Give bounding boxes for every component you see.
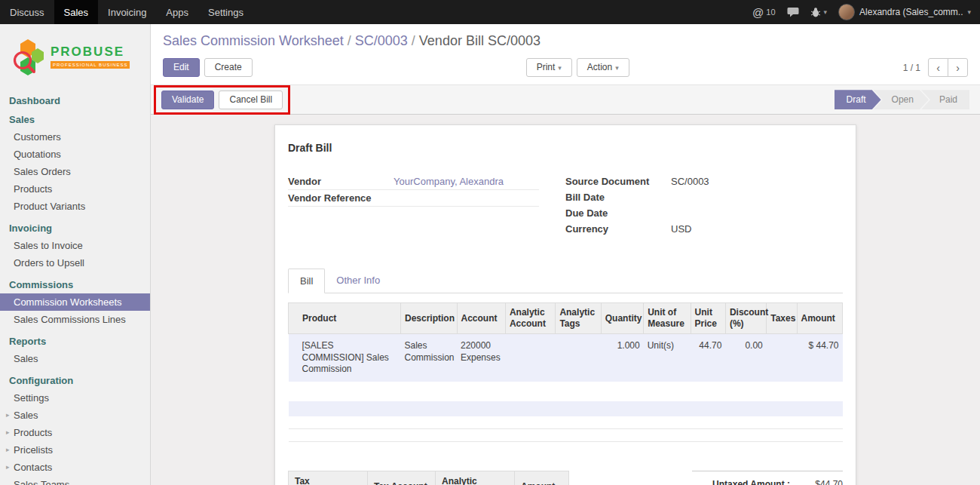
menu-discuss[interactable]: Discuss bbox=[0, 0, 54, 24]
debug-menu[interactable]: ▾ bbox=[810, 7, 828, 17]
sidebar-heading-sales[interactable]: Sales bbox=[0, 111, 150, 128]
sidebar-item-config-products[interactable]: ▸ Products bbox=[0, 424, 150, 441]
sidebar-item-sales-commissions-lines[interactable]: Sales Commissions Lines bbox=[0, 311, 150, 328]
user-menu[interactable]: Alexandra (Sales_comm.. ▾ bbox=[838, 4, 971, 20]
col-unit-price[interactable]: Unit Price bbox=[691, 303, 725, 334]
cell-description: Sales Commission bbox=[401, 334, 458, 382]
probuse-logo-icon bbox=[11, 38, 45, 75]
activities-menu[interactable]: @ 10 bbox=[752, 6, 775, 19]
col-quantity[interactable]: Quantity bbox=[601, 303, 643, 334]
invoice-line-row[interactable]: [SALES COMMISSION] Sales Commission Sale… bbox=[289, 334, 843, 382]
pager: 1 / 1 ‹ › bbox=[903, 58, 968, 77]
sidebar-item-contacts[interactable]: ▸ Contacts bbox=[0, 459, 150, 476]
sidebar-item-sales-to-invoice[interactable]: Sales to Invoice bbox=[0, 237, 150, 254]
sidebar-heading-reports[interactable]: Reports bbox=[0, 333, 150, 350]
sidebar-item-customers[interactable]: Customers bbox=[0, 128, 150, 146]
document-state-title: Draft Bill bbox=[288, 142, 843, 154]
vendor-value-link[interactable]: YourCompany, Alexandra bbox=[394, 176, 504, 187]
breadcrumb-worksheet-link[interactable]: Sales Commission Worksheet bbox=[163, 33, 344, 48]
field-row-vendor: Vendor YourCompany, Alexandra bbox=[288, 173, 539, 190]
col-unit-of-measure[interactable]: Unit of Measure bbox=[644, 303, 691, 334]
activities-count: 10 bbox=[766, 8, 775, 17]
menu-sales[interactable]: Sales bbox=[54, 0, 99, 24]
cell-unit-of-measure: Unit(s) bbox=[644, 334, 691, 382]
sidebar-heading-invoicing[interactable]: Invoicing bbox=[0, 219, 150, 237]
print-action-group: Print▾ Action▾ bbox=[526, 58, 629, 77]
company-logo[interactable]: PROBUSE PROFESSIONAL BUSINESS bbox=[0, 24, 150, 87]
sidebar-item-quotations[interactable]: Quotations bbox=[0, 146, 150, 163]
col-tax-analytic-account[interactable]: Analytic account bbox=[436, 471, 515, 485]
create-button[interactable]: Create bbox=[204, 58, 253, 77]
invoice-lines-table: Product Description Account Analytic Acc… bbox=[288, 302, 843, 442]
sidebar-item-sales-orders[interactable]: Sales Orders bbox=[0, 163, 150, 180]
col-account[interactable]: Account bbox=[457, 303, 505, 334]
sidebar-item-commission-worksheets[interactable]: Commission Worksheets bbox=[0, 293, 150, 311]
col-tax-account[interactable]: Tax Account bbox=[368, 471, 436, 485]
cell-discount: 0.00 bbox=[725, 334, 766, 382]
totals-block: Untaxed Amount : $44.70 Tax : $0.00 Tota… bbox=[692, 471, 843, 485]
sidebar-item-orders-to-upsell[interactable]: Orders to Upsell bbox=[0, 254, 150, 272]
sidebar-item-pricelists[interactable]: ▸ Pricelists bbox=[0, 441, 150, 459]
sidebar-item-config-sales[interactable]: ▸ Sales bbox=[0, 407, 150, 424]
status-pills: Draft Open Paid bbox=[835, 90, 969, 109]
source-document-value: SC/0003 bbox=[671, 176, 709, 187]
sidebar-item-settings[interactable]: Settings bbox=[0, 389, 150, 407]
menu-settings[interactable]: Settings bbox=[198, 0, 253, 24]
due-date-label: Due Date bbox=[565, 207, 671, 219]
chevron-down-icon: ▾ bbox=[967, 8, 971, 16]
pager-next-button[interactable]: › bbox=[948, 58, 968, 77]
sidebar-heading-commissions[interactable]: Commissions bbox=[0, 276, 150, 293]
logo-text: PROBUSE PROFESSIONAL BUSINESS bbox=[51, 45, 130, 69]
tab-bill[interactable]: Bill bbox=[288, 269, 325, 293]
vendor-reference-label: Vendor Reference bbox=[288, 192, 394, 204]
col-tax-amount[interactable]: Amount bbox=[515, 471, 569, 485]
topbar-right: @ 10 ▾ Alexandra (Sales_comm.. ▾ bbox=[752, 0, 980, 24]
print-dropdown-button[interactable]: Print▾ bbox=[526, 58, 572, 77]
col-analytic-account[interactable]: Analytic Account bbox=[505, 303, 555, 334]
col-description[interactable]: Description bbox=[401, 303, 458, 334]
edit-button[interactable]: Edit bbox=[163, 58, 200, 77]
breadcrumb: Sales Commission Worksheet/SC/0003/Vendo… bbox=[163, 33, 968, 49]
field-row-bill-date: Bill Date bbox=[565, 189, 843, 205]
col-product[interactable]: Product bbox=[289, 303, 401, 334]
menu-invoicing[interactable]: Invoicing bbox=[98, 0, 156, 24]
chevron-down-icon: ▾ bbox=[558, 64, 562, 72]
cell-quantity: 1.000 bbox=[601, 334, 643, 382]
field-row-vendor-reference: Vendor Reference bbox=[288, 190, 539, 207]
tab-other-info[interactable]: Other Info bbox=[325, 269, 391, 293]
form-sheet: Draft Bill Vendor YourCompany, Alexandra… bbox=[274, 124, 856, 485]
messages-menu[interactable] bbox=[787, 7, 799, 17]
validate-button[interactable]: Validate bbox=[161, 91, 214, 109]
col-taxes[interactable]: Taxes bbox=[767, 303, 797, 334]
cell-taxes bbox=[767, 334, 797, 382]
cell-product: [SALES COMMISSION] Sales Commission bbox=[289, 334, 401, 382]
menu-apps[interactable]: Apps bbox=[156, 0, 198, 24]
expand-arrow-icon: ▸ bbox=[6, 411, 10, 419]
status-pill-open[interactable]: Open bbox=[874, 90, 929, 109]
col-tax-description[interactable]: Tax Description bbox=[289, 471, 368, 485]
pager-value: 1 / 1 bbox=[903, 63, 920, 73]
notebook-tabs: Bill Other Info bbox=[288, 269, 843, 293]
sidebar-item-reports-sales[interactable]: Sales bbox=[0, 350, 150, 367]
sidebar-heading-configuration[interactable]: Configuration bbox=[0, 372, 150, 389]
sidebar-heading-dashboard[interactable]: Dashboard bbox=[0, 92, 150, 109]
action-dropdown-button[interactable]: Action▾ bbox=[577, 58, 629, 77]
empty-row bbox=[289, 428, 843, 441]
sidebar-item-product-variants[interactable]: Product Variants bbox=[0, 198, 150, 215]
vendor-label: Vendor bbox=[288, 176, 394, 187]
status-pill-draft[interactable]: Draft bbox=[835, 90, 881, 109]
sidebar-item-products[interactable]: Products bbox=[0, 180, 150, 198]
chevron-down-icon: ▾ bbox=[824, 8, 828, 16]
breadcrumb-current: Vendor Bill SC/0003 bbox=[419, 33, 541, 48]
control-panel-buttons-row: Edit Create Print▾ Action▾ 1 / 1 ‹ › bbox=[163, 58, 968, 77]
empty-row bbox=[289, 416, 843, 429]
col-amount[interactable]: Amount bbox=[797, 303, 842, 334]
sidebar-item-sales-teams[interactable]: Sales Teams bbox=[0, 476, 150, 485]
col-analytic-tags[interactable]: Analytic Tags bbox=[556, 303, 601, 334]
breadcrumb-sc0003-link[interactable]: SC/0003 bbox=[355, 33, 408, 48]
topbar: Discuss Sales Invoicing Apps Settings @ … bbox=[0, 0, 980, 24]
avatar bbox=[838, 4, 855, 20]
pager-previous-button[interactable]: ‹ bbox=[928, 58, 948, 77]
col-discount[interactable]: Discount (%) bbox=[725, 303, 766, 334]
cancel-bill-button[interactable]: Cancel Bill bbox=[219, 91, 283, 109]
